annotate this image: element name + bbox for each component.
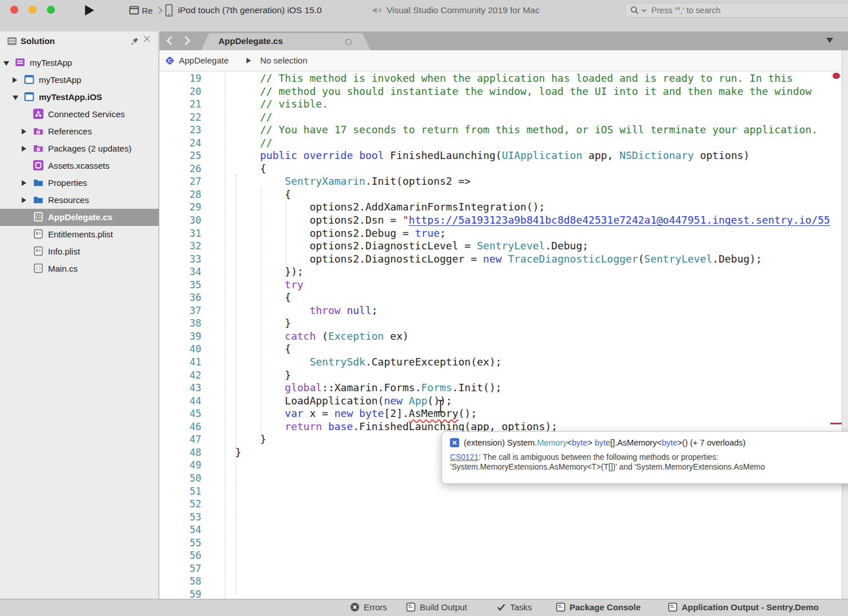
disclosure-expanded-icon[interactable] — [3, 61, 9, 66]
code-line-55[interactable] — [210, 536, 830, 550]
line-number[interactable]: 33 — [172, 253, 201, 266]
line-number[interactable]: 23 — [172, 124, 201, 137]
line-number[interactable]: 29 — [172, 201, 201, 214]
tree-item-connected-services[interactable]: Connected Services — [0, 106, 159, 123]
line-number[interactable]: 32 — [172, 240, 201, 253]
pad-button-tasks[interactable]: Tasks — [496, 602, 532, 612]
tree-item-packages-2-updates-[interactable]: Packages (2 updates) — [0, 140, 159, 157]
line-number[interactable]: 46 — [172, 420, 201, 434]
line-number[interactable]: 36 — [172, 291, 201, 304]
pad-button-build-output[interactable]: Build Output — [406, 602, 467, 612]
line-number[interactable]: 34 — [172, 265, 201, 279]
tree-item-mytestapp[interactable]: myTestApp — [0, 71, 159, 89]
code-text[interactable]: // This method is invoked when the appli… — [210, 72, 830, 599]
line-number[interactable]: 30 — [172, 214, 201, 227]
line-number[interactable]: 38 — [172, 317, 201, 330]
tree-item-appdelegate-cs[interactable]: {}AppDelegate.cs — [0, 209, 159, 226]
code-line-20[interactable]: // method you should instantiate the win… — [210, 85, 830, 98]
run-configuration-dropdown[interactable]: Re — [129, 5, 161, 16]
pad-button-application-output-sentry-demo[interactable]: Application Output - Sentry.Demo — [668, 602, 819, 612]
code-line-32[interactable]: options2.DiagnosticLevel = SentryLevel.D… — [210, 240, 830, 253]
line-number[interactable]: 58 — [172, 575, 201, 588]
code-line-33[interactable]: options2.DiagnosticLogger = new TraceDia… — [210, 253, 830, 266]
tree-item-mytestapp-ios[interactable]: myTestApp.iOS — [0, 89, 159, 106]
line-number-gutter[interactable]: 1920212223242526272829303132333435363738… — [172, 72, 201, 599]
line-number[interactable]: 22 — [172, 111, 201, 124]
line-number[interactable]: 28 — [172, 188, 201, 201]
disclosure-collapsed-icon[interactable] — [13, 77, 17, 83]
code-line-19[interactable]: // This method is invoked when the appli… — [210, 72, 830, 85]
code-line-31[interactable]: options2.Debug = true; — [210, 227, 830, 240]
line-number[interactable]: 51 — [172, 485, 201, 498]
code-line-22[interactable]: // — [210, 111, 830, 124]
line-number[interactable]: 48 — [172, 446, 201, 459]
line-number[interactable]: 24 — [172, 137, 201, 150]
disclosure-expanded-icon[interactable] — [13, 96, 18, 100]
navigate-forward-button[interactable] — [180, 34, 193, 47]
close-window-button[interactable] — [10, 6, 18, 14]
line-number[interactable]: 21 — [172, 98, 201, 111]
tree-item-assets-xcassets[interactable]: Assets.xcassets — [0, 157, 159, 174]
code-line-42[interactable]: } — [210, 369, 830, 382]
tab-list-dropdown-icon[interactable] — [826, 38, 833, 43]
pad-button-errors[interactable]: Errors — [350, 602, 387, 612]
line-number[interactable]: 35 — [172, 279, 201, 292]
code-line-44[interactable]: LoadApplication(new App()); — [210, 395, 830, 408]
line-number[interactable]: 59 — [172, 588, 201, 599]
line-number[interactable]: 45 — [172, 407, 201, 420]
code-line-37[interactable]: throw null; — [210, 304, 830, 317]
line-number[interactable]: 39 — [172, 330, 201, 343]
global-search-input[interactable]: Press '^,' to search — [625, 3, 848, 18]
pad-button-package-console[interactable]: Package Console — [556, 602, 640, 612]
line-number[interactable]: 27 — [172, 175, 201, 188]
code-line-38[interactable]: } — [210, 317, 830, 330]
code-line-21[interactable]: // visible. — [210, 98, 830, 111]
line-number[interactable]: 31 — [172, 227, 201, 240]
breadcrumb-member[interactable]: No selection — [260, 55, 308, 65]
disclosure-collapsed-icon[interactable] — [22, 180, 26, 186]
line-number[interactable]: 55 — [172, 536, 201, 550]
code-line-29[interactable]: options2.AddXamarinFormsIntegration(); — [210, 201, 830, 214]
code-line-26[interactable]: { — [210, 162, 830, 176]
line-number[interactable]: 56 — [172, 549, 201, 562]
tree-item-entitlements-plist[interactable]: Entitlements.plist — [0, 226, 159, 243]
editor-scrollbar[interactable] — [842, 50, 848, 599]
code-line-28[interactable]: { — [210, 188, 830, 201]
line-number[interactable]: 44 — [172, 395, 201, 408]
code-line-34[interactable]: }); — [210, 265, 830, 279]
code-line-25[interactable]: public override bool FinishedLaunching(U… — [210, 149, 830, 162]
code-line-56[interactable] — [210, 549, 830, 562]
code-line-59[interactable] — [210, 588, 830, 599]
line-number[interactable]: 41 — [172, 356, 201, 369]
line-number[interactable]: 52 — [172, 498, 201, 511]
close-pad-button[interactable] — [143, 35, 153, 45]
disclosure-collapsed-icon[interactable] — [22, 146, 26, 152]
code-line-53[interactable] — [210, 511, 830, 524]
disclosure-collapsed-icon[interactable] — [22, 197, 26, 203]
line-number[interactable]: 57 — [172, 562, 201, 575]
zoom-window-button[interactable] — [47, 6, 55, 14]
device-selector[interactable]: iPod touch (7th generation) iOS 15.0 — [165, 4, 322, 17]
code-line-39[interactable]: catch (Exception ex) — [210, 330, 830, 343]
code-line-58[interactable] — [210, 575, 830, 588]
line-number[interactable]: 37 — [172, 304, 201, 317]
code-line-23[interactable]: // You have 17 seconds to return from th… — [210, 124, 830, 137]
tree-item-references[interactable]: References — [0, 123, 159, 140]
line-number[interactable]: 20 — [172, 85, 201, 98]
tree-item-properties[interactable]: Properties — [0, 174, 159, 192]
line-number[interactable]: 53 — [172, 511, 201, 524]
line-number[interactable]: 54 — [172, 523, 201, 536]
code-line-45[interactable]: var x = new byte[2].AsMemory(); — [210, 407, 830, 420]
breadcrumb-type[interactable]: AppDelegate — [179, 55, 229, 65]
tree-item-resources[interactable]: Resources — [0, 192, 159, 209]
tree-item-info-plist[interactable]: Info.plist — [0, 243, 159, 260]
line-number[interactable]: 42 — [172, 369, 201, 382]
error-code-link[interactable]: CS0121 — [450, 453, 479, 462]
code-line-27[interactable]: SentryXamarin.Init(options2 => — [210, 175, 830, 188]
code-line-41[interactable]: SentrySdk.CaptureException(ex); — [210, 356, 830, 369]
code-line-51[interactable] — [210, 485, 830, 498]
code-line-57[interactable] — [210, 562, 830, 575]
minimize-window-button[interactable] — [29, 6, 37, 14]
line-number[interactable]: 49 — [172, 459, 201, 472]
tab-appdelegate[interactable]: AppDelegate.cs — [201, 33, 371, 50]
